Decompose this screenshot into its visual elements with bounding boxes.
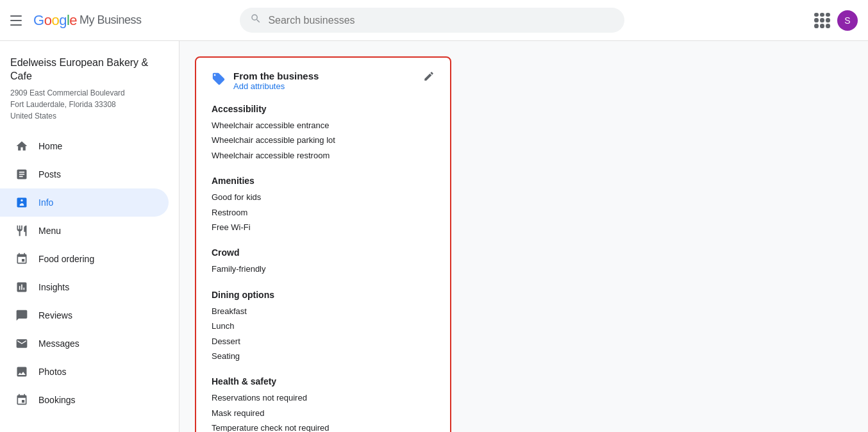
card-header-left: From the business Add attributes: [212, 71, 319, 91]
attributes-card: From the business Add attributes Accessi…: [195, 56, 451, 432]
section-item: Lunch: [212, 319, 435, 333]
google-logo: Google My Business: [33, 12, 142, 29]
messages-icon: [15, 337, 28, 350]
sidebar-item-posts[interactable]: Posts: [0, 160, 169, 188]
header-right: S: [814, 10, 858, 31]
sidebar-item-photos[interactable]: Photos: [0, 358, 169, 386]
sidebar-item-food-ordering[interactable]: Food ordering: [0, 245, 169, 273]
menu-nav-icon: [15, 224, 28, 237]
sidebar-item-messages[interactable]: Messages: [0, 329, 169, 358]
sidebar-label-messages: Messages: [38, 338, 79, 349]
photos-icon: [15, 365, 28, 378]
card-section: AccessibilityWheelchair accessible entra…: [212, 104, 435, 163]
card-title: From the business: [233, 71, 319, 81]
section-item: Dessert: [212, 334, 435, 349]
card-header: From the business Add attributes: [212, 71, 435, 91]
section-title: Amenities: [212, 176, 435, 186]
section-item: Wheelchair accessible parking lot: [212, 133, 435, 147]
avatar[interactable]: S: [837, 10, 858, 31]
content-area: From the business Add attributes Accessi…: [179, 41, 868, 432]
sidebar-label-photos: Photos: [38, 367, 67, 377]
search-icon: [250, 13, 262, 28]
card-title-block: From the business Add attributes: [233, 71, 319, 91]
section-item: Free Wi-Fi: [212, 220, 435, 235]
section-item: Reservations not required: [212, 390, 435, 405]
section-item: Temperature check not required: [212, 420, 435, 432]
card-sections: AccessibilityWheelchair accessible entra…: [212, 104, 435, 432]
sidebar-label-posts: Posts: [38, 169, 61, 179]
app-header: Google My Business S: [0, 0, 868, 41]
card-section: AmenitiesGood for kidsRestroomFree Wi-Fi: [212, 176, 435, 235]
section-item: Wheelchair accessible entrance: [212, 118, 435, 133]
home-icon: [15, 140, 28, 153]
card-section: Health & safetyReservations not required…: [212, 376, 435, 432]
business-info: Edelweiss European Bakery & Cafe 2909 Ea…: [0, 51, 179, 132]
reviews-icon: [15, 309, 28, 322]
info-icon: [15, 196, 28, 209]
sidebar-item-info[interactable]: Info: [0, 188, 169, 217]
section-item: Restroom: [212, 205, 435, 220]
sidebar-label-insights: Insights: [38, 282, 69, 292]
apps-icon[interactable]: [814, 13, 830, 28]
sidebar-label-info: Info: [38, 197, 53, 208]
business-name: Edelweiss European Bakery & Cafe: [10, 56, 169, 83]
section-item: Family-friendly: [212, 262, 435, 276]
main-layout: Edelweiss European Bakery & Cafe 2909 Ea…: [0, 41, 868, 432]
section-title: Dining options: [212, 290, 435, 300]
sidebar-label-menu: Menu: [38, 226, 61, 236]
business-address: 2909 East Commercial Boulevard Fort Laud…: [10, 87, 169, 122]
card-section: CrowdFamily-friendly: [212, 247, 435, 276]
section-item: Seating: [212, 349, 435, 363]
sidebar-item-bookings[interactable]: Bookings: [0, 386, 169, 414]
search-bar: [240, 8, 624, 33]
sidebar-label-food-ordering: Food ordering: [38, 254, 94, 264]
section-item: Good for kids: [212, 190, 435, 204]
section-title: Accessibility: [212, 104, 435, 114]
sidebar-label-reviews: Reviews: [38, 310, 72, 320]
app-title: My Business: [79, 13, 142, 27]
section-title: Health & safety: [212, 376, 435, 386]
edit-icon[interactable]: [423, 71, 435, 85]
search-input[interactable]: [268, 15, 614, 26]
sidebar-label-bookings: Bookings: [38, 395, 76, 405]
insights-icon: [15, 281, 28, 294]
card-section: Dining optionsBreakfastLunchDessertSeati…: [212, 290, 435, 364]
section-item: Breakfast: [212, 304, 435, 319]
section-item: Mask required: [212, 406, 435, 420]
add-attributes-link[interactable]: Add attributes: [233, 81, 319, 91]
sidebar-item-home[interactable]: Home: [0, 132, 169, 160]
sidebar-item-reviews[interactable]: Reviews: [0, 301, 169, 329]
sidebar-label-home: Home: [38, 141, 62, 151]
sidebar-item-insights[interactable]: Insights: [0, 273, 169, 301]
menu-icon[interactable]: [10, 13, 26, 28]
section-title: Crowd: [212, 247, 435, 258]
sidebar: Edelweiss European Bakery & Cafe 2909 Ea…: [0, 41, 179, 432]
sidebar-item-menu[interactable]: Menu: [0, 217, 169, 245]
food-ordering-icon: [15, 253, 28, 265]
bookings-icon: [15, 394, 28, 406]
tag-icon: [212, 72, 226, 89]
section-item: Wheelchair accessible restroom: [212, 148, 435, 163]
posts-icon: [15, 168, 28, 181]
